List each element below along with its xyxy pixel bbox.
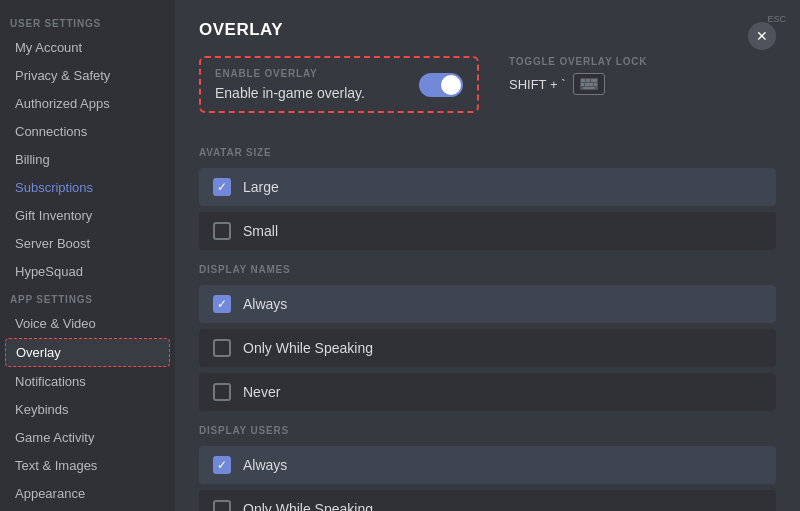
sidebar-item-overlay[interactable]: Overlay bbox=[5, 338, 170, 367]
sidebar-item-subscriptions[interactable]: Subscriptions bbox=[5, 174, 170, 201]
sidebar: USER SETTINGS My Account Privacy & Safet… bbox=[0, 0, 175, 511]
sidebar-item-notifications[interactable]: Notifications bbox=[5, 368, 170, 395]
display-users-always-label: Always bbox=[243, 457, 287, 473]
sidebar-item-voice-video[interactable]: Voice & Video bbox=[5, 310, 170, 337]
avatar-large-row[interactable]: Large bbox=[199, 168, 776, 206]
esc-label: ESC bbox=[767, 14, 786, 24]
display-names-speaking-row[interactable]: Only While Speaking bbox=[199, 329, 776, 367]
svg-rect-7 bbox=[583, 87, 595, 89]
app-settings-label: APP SETTINGS bbox=[0, 286, 175, 309]
sidebar-item-billing[interactable]: Billing bbox=[5, 146, 170, 173]
enable-overlay-box: ENABLE OVERLAY Enable in-game overlay. bbox=[199, 56, 479, 113]
sidebar-item-authorized-apps[interactable]: Authorized Apps bbox=[5, 90, 170, 117]
svg-rect-3 bbox=[591, 79, 597, 82]
avatar-small-checkbox[interactable] bbox=[213, 222, 231, 240]
avatar-small-label: Small bbox=[243, 223, 278, 239]
enable-overlay-toggle[interactable] bbox=[419, 73, 463, 97]
sidebar-item-game-activity[interactable]: Game Activity bbox=[5, 424, 170, 451]
close-button-group: ✕ ESC bbox=[767, 12, 786, 24]
user-settings-label: USER SETTINGS bbox=[0, 10, 175, 33]
sidebar-item-my-account[interactable]: My Account bbox=[5, 34, 170, 61]
toggle-lock-section: TOGGLE OVERLAY LOCK SHIFT + ` bbox=[509, 56, 647, 95]
sidebar-item-privacy-safety[interactable]: Privacy & Safety bbox=[5, 62, 170, 89]
sidebar-item-text-images[interactable]: Text & Images bbox=[5, 452, 170, 479]
avatar-large-label: Large bbox=[243, 179, 279, 195]
svg-rect-1 bbox=[581, 79, 585, 82]
display-users-always-row[interactable]: Always bbox=[199, 446, 776, 484]
svg-rect-2 bbox=[586, 79, 590, 82]
page-title: OVERLAY bbox=[199, 20, 776, 40]
display-names-speaking-checkbox[interactable] bbox=[213, 339, 231, 357]
toggle-lock-label: TOGGLE OVERLAY LOCK bbox=[509, 56, 647, 67]
display-names-always-row[interactable]: Always bbox=[199, 285, 776, 323]
display-users-speaking-label: Only While Speaking bbox=[243, 501, 373, 511]
display-names-never-label: Never bbox=[243, 384, 280, 400]
avatar-size-label: AVATAR SIZE bbox=[199, 147, 776, 158]
svg-rect-5 bbox=[585, 83, 593, 86]
sidebar-item-connections[interactable]: Connections bbox=[5, 118, 170, 145]
enable-overlay-text: Enable in-game overlay. bbox=[215, 85, 365, 101]
display-users-label: DISPLAY USERS bbox=[199, 425, 776, 436]
sidebar-item-server-boost[interactable]: Server Boost bbox=[5, 230, 170, 257]
display-names-always-checkbox[interactable] bbox=[213, 295, 231, 313]
display-users-speaking-row[interactable]: Only While Speaking bbox=[199, 490, 776, 511]
display-names-never-row[interactable]: Never bbox=[199, 373, 776, 411]
sidebar-item-keybinds[interactable]: Keybinds bbox=[5, 396, 170, 423]
display-names-speaking-label: Only While Speaking bbox=[243, 340, 373, 356]
display-users-always-checkbox[interactable] bbox=[213, 456, 231, 474]
sidebar-item-hypesquad[interactable]: HypeSquad bbox=[5, 258, 170, 285]
display-names-always-label: Always bbox=[243, 296, 287, 312]
toggle-lock-shortcut: SHIFT + ` bbox=[509, 77, 565, 92]
display-names-never-checkbox[interactable] bbox=[213, 383, 231, 401]
svg-rect-6 bbox=[594, 83, 597, 86]
enable-overlay-section-label: ENABLE OVERLAY bbox=[215, 68, 365, 79]
keyboard-icon bbox=[573, 73, 605, 95]
close-button[interactable]: ✕ bbox=[748, 22, 776, 50]
main-content: ✕ ESC OVERLAY ENABLE OVERLAY Enable in-g… bbox=[175, 0, 800, 511]
toggle-lock-value: SHIFT + ` bbox=[509, 73, 647, 95]
avatar-large-checkbox[interactable] bbox=[213, 178, 231, 196]
toggle-knob bbox=[441, 75, 461, 95]
display-names-label: DISPLAY NAMES bbox=[199, 264, 776, 275]
display-users-speaking-checkbox[interactable] bbox=[213, 500, 231, 511]
sidebar-item-gift-inventory[interactable]: Gift Inventory bbox=[5, 202, 170, 229]
avatar-small-row[interactable]: Small bbox=[199, 212, 776, 250]
sidebar-item-appearance[interactable]: Appearance bbox=[5, 480, 170, 507]
svg-rect-4 bbox=[581, 83, 584, 86]
